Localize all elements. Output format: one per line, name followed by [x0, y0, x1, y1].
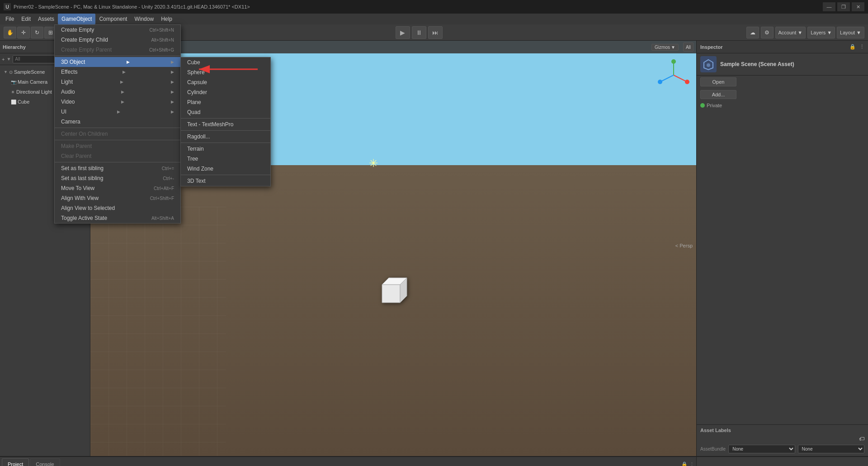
hand-tool-button[interactable]: ✋ — [4, 27, 16, 38]
audio-label: Audio — [61, 89, 75, 95]
quad-label: Quad — [187, 109, 200, 115]
menu-component[interactable]: Component — [95, 14, 131, 24]
menu-3d-object[interactable]: 3D Object ▶ Cube Sphere Capsule Cylinder… — [55, 57, 180, 67]
hierarchy-title: Hierarchy — [3, 44, 26, 50]
menu-create-empty[interactable]: Create Empty Ctrl+Shift+N — [55, 25, 180, 35]
menu-move-to-view[interactable]: Move To View Ctrl+Alt+F — [55, 183, 180, 193]
scene-asset-info: Sample Scene (Scene Asset) — [720, 61, 794, 67]
sub-sep-1 — [181, 118, 270, 119]
light-arrow-icon: ▶ — [120, 80, 123, 84]
samplescene-label: SampleScene — [14, 69, 45, 75]
sub-sep-4 — [181, 175, 270, 175]
add-button[interactable]: Add... — [700, 90, 736, 99]
rotate-tool-button[interactable]: ↻ — [31, 27, 43, 38]
svg-point-9 — [658, 80, 662, 84]
inspector-header: Inspector 🔒 ⋮ — [697, 41, 868, 53]
menu-window[interactable]: Window — [131, 14, 157, 24]
tab-actions: 🔒 ⋮ — [681, 461, 694, 466]
align-with-view-shortcut: Ctrl+Shift+F — [141, 196, 174, 201]
dirlight-label: Directional Light — [16, 89, 52, 95]
menu-gameobject[interactable]: GameObject — [58, 14, 95, 24]
all-layers-label: All — [686, 45, 691, 50]
inspector-lock-icon[interactable]: 🔒 — [849, 44, 856, 50]
scene-icon-svg — [702, 58, 715, 71]
move-tool-button[interactable]: ✛ — [17, 27, 30, 38]
svg-point-7 — [685, 80, 689, 84]
tab-lock-icon[interactable]: 🔒 — [681, 461, 688, 466]
menu-file[interactable]: File — [2, 14, 18, 24]
video-label: Video — [61, 99, 75, 105]
layout-dropdown[interactable]: Layout ▼ — [837, 27, 864, 38]
private-label-row: Private — [697, 101, 868, 110]
effects-label: Effects — [61, 69, 77, 75]
asset-bundle-select[interactable]: None — [728, 445, 795, 453]
close-button[interactable]: ✕ — [852, 2, 864, 11]
menu-effects[interactable]: Effects ▶ — [55, 67, 180, 77]
step-button[interactable]: ⏭ — [428, 26, 443, 39]
perspective-label: < Persp — [675, 243, 693, 248]
menu-set-last-sibling[interactable]: Set as last sibling Ctrl+- — [55, 173, 180, 183]
asset-bundle-variant-select[interactable]: None — [798, 445, 864, 453]
svg-point-5 — [671, 59, 676, 64]
menu-create-empty-parent: Create Empty Parent Ctrl+Shift+G — [55, 45, 180, 55]
tab-project[interactable]: Project — [2, 458, 29, 466]
settings-button[interactable]: ⚙ — [761, 27, 774, 38]
submenu-plane[interactable]: Plane — [181, 97, 270, 107]
menu-toggle-active-state[interactable]: Toggle Active State Alt+Shift+A — [55, 213, 180, 223]
tab-menu-icon[interactable]: ⋮ — [689, 461, 694, 466]
layers-dropdown[interactable]: Layers ▼ — [807, 27, 835, 38]
scene-asset-header: Sample Scene (Scene Asset) — [697, 53, 868, 76]
menu-light[interactable]: Light ▶ — [55, 77, 180, 87]
menu-align-view-to-selected[interactable]: Align View to Selected — [55, 203, 180, 213]
inspector-menu-icon[interactable]: ⋮ — [859, 44, 864, 50]
all-layers-button[interactable]: All — [683, 43, 693, 52]
play-button[interactable]: ▶ — [396, 26, 410, 39]
gizmos-dropdown[interactable]: Gizmos ▼ — [651, 44, 679, 51]
account-dropdown[interactable]: Account ▼ — [775, 27, 806, 38]
maximize-button[interactable]: ❐ — [837, 2, 850, 11]
scene-icon: ⊙ — [9, 70, 13, 75]
menu-set-first-sibling[interactable]: Set as first sibling Ctrl+= — [55, 163, 180, 173]
align-with-view-label: Align With View — [61, 195, 99, 201]
submenu-cube[interactable]: Cube — [181, 57, 270, 67]
menu-camera[interactable]: Camera — [55, 117, 180, 127]
submenu-cylinder[interactable]: Cylinder — [181, 87, 270, 97]
bottom-panels: Project Console 🔒 ⋮ + ▼ ⚙ 🏷 ⭐ ⚙10 ▼ ★ — [0, 456, 868, 466]
cylinder-label: Cylinder — [187, 89, 207, 95]
open-scene-button[interactable]: Open — [700, 77, 736, 86]
create-empty-parent-shortcut: Ctrl+Shift+G — [140, 48, 174, 52]
create-empty-child-label: Create Empty Child — [61, 37, 108, 43]
effects-arrow-icon: ▶ — [123, 70, 126, 74]
menu-edit[interactable]: Edit — [18, 14, 34, 24]
cube-label: Cube — [18, 99, 29, 105]
submenu-ragdoll[interactable]: Ragdoll... — [181, 132, 270, 142]
tab-console[interactable]: Console — [30, 458, 60, 466]
submenu-textmeshpro[interactable]: Text - TextMeshPro — [181, 119, 270, 129]
hierarchy-add-button[interactable]: + — [2, 57, 5, 62]
submenu-wind-zone[interactable]: Wind Zone — [181, 164, 270, 174]
submenu-tree[interactable]: Tree — [181, 154, 270, 164]
axis-gizmo-svg — [656, 57, 692, 93]
pause-button[interactable]: ⏸ — [412, 26, 426, 39]
create-empty-shortcut: Ctrl+Shift+N — [141, 28, 174, 33]
ui-arrow-icon: ▶ — [117, 109, 120, 114]
submenu-capsule[interactable]: Capsule — [181, 77, 270, 87]
menu-audio[interactable]: Audio ▶ — [55, 87, 180, 97]
menu-align-with-view[interactable]: Align With View Ctrl+Shift+F — [55, 193, 180, 203]
titlebar: U Primer02 - SampleScene - PC, Mac & Lin… — [0, 0, 868, 14]
menu-video[interactable]: Video ▶ — [55, 97, 180, 107]
submenu-terrain[interactable]: Terrain — [181, 144, 270, 154]
menu-center-on-children: Center On Children — [55, 129, 180, 139]
submenu-3d-text[interactable]: 3D Text — [181, 176, 270, 186]
menu-help[interactable]: Help — [157, 14, 176, 24]
submenu-quad[interactable]: Quad — [181, 107, 270, 117]
submenu-sphere[interactable]: Sphere — [181, 67, 270, 77]
menu-ui[interactable]: UI ▶ — [55, 107, 180, 117]
separator-3 — [55, 140, 180, 140]
menu-assets[interactable]: Assets — [34, 14, 58, 24]
cloud-button[interactable]: ☁ — [746, 27, 759, 38]
menu-create-empty-child[interactable]: Create Empty Child Alt+Shift+N — [55, 35, 180, 45]
minimize-button[interactable]: — — [823, 2, 835, 11]
light-icon: ☀ — [11, 90, 15, 95]
create-empty-parent-label: Create Empty Parent — [61, 47, 112, 53]
